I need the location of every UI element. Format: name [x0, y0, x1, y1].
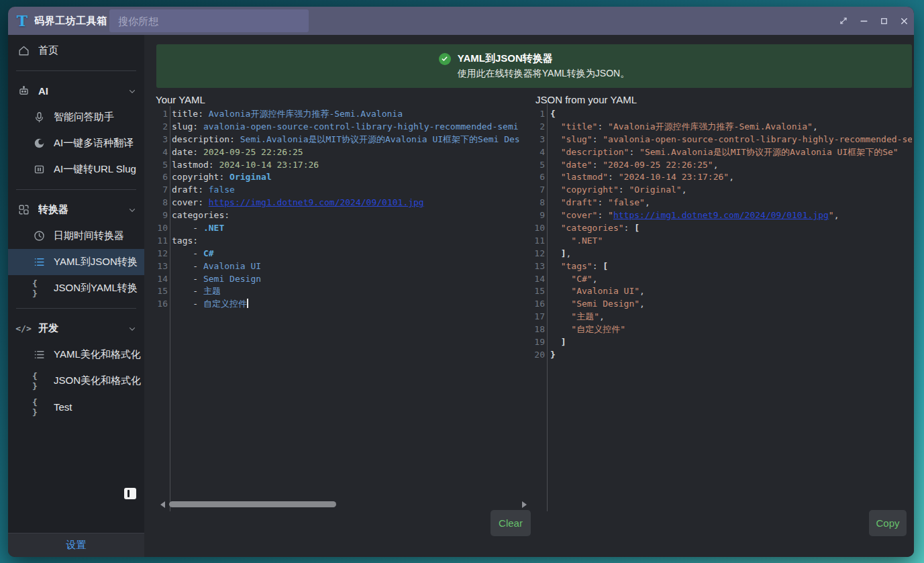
yaml-editor[interactable]: 1title: Avalonia开源控件库强力推荐-Semi.Avalonia2… [151, 108, 532, 311]
line-number: 1 [151, 108, 168, 121]
code-text: - Semi Design [172, 273, 532, 286]
settings-bar: 设置 [8, 533, 144, 557]
sidebar-item-develop[interactable]: </>开发 [8, 315, 144, 342]
line-number: 8 [151, 197, 168, 209]
editor-line: 1{ [532, 108, 912, 121]
editor-line: 3 "slug": "avalonia-open-source-control-… [532, 134, 912, 146]
braces-icon: { } [32, 374, 46, 388]
scroll-left-arrow-icon[interactable] [160, 501, 165, 508]
clear-button[interactable]: Clear [491, 510, 531, 536]
line-number: 10 [151, 222, 168, 235]
url-link: https://img1.dotnet9.com/2024/09/0101.jp… [209, 197, 424, 207]
line-number: 18 [532, 323, 545, 336]
editor-line: 2slug: avalonia-open-source-control-libr… [151, 121, 532, 134]
sidebar-item-label: Test [54, 401, 144, 413]
banner-subtitle: 使用此在线转换器将YAML转换为JSON。 [458, 68, 629, 80]
sidebar-item-json-to-yaml[interactable]: { }JSON到YAML转换 [8, 275, 144, 301]
code-text: date: 2024-09-25 22:26:25 [172, 146, 532, 159]
sidebar-item-converter[interactable]: 转换器 [8, 197, 144, 223]
line-number: 3 [151, 134, 168, 146]
line-number: 9 [532, 209, 545, 222]
maximize-icon[interactable] [874, 7, 894, 35]
line-number: 11 [532, 235, 545, 248]
editor-line: 14 - Semi Design [151, 273, 532, 286]
scroll-right-arrow-icon[interactable] [522, 501, 527, 508]
expand-icon[interactable] [833, 7, 854, 35]
mic-icon [32, 111, 46, 124]
line-number: 2 [532, 121, 545, 134]
copy-button[interactable]: Copy [869, 510, 907, 536]
code-text: title: Avalonia开源控件库强力推荐-Semi.Avalonia [172, 108, 532, 121]
line-number: 19 [532, 336, 545, 349]
code-text: "slug": "avalonia-open-source-control-li… [550, 134, 912, 146]
chevron-down-icon[interactable] [127, 87, 137, 96]
editor-line: 7 "copyright": "Original", [532, 184, 912, 197]
window-controls [833, 7, 914, 35]
line-number: 13 [151, 260, 168, 273]
json-output[interactable]: 1{2 "title": "Avalonia开源控件库强力推荐-Semi.Ava… [532, 108, 912, 362]
code-text: tags: [172, 235, 532, 248]
code-text: description: Semi.Avalonia是以MIT协议开源的Aval… [172, 134, 532, 146]
sidebar-item-qa-assistant[interactable]: 智能问答助手 [8, 104, 144, 130]
editor-line: 11tags: [151, 235, 532, 248]
code-text: - Avalonia UI [172, 260, 532, 273]
editor-line: 13 - Avalonia UI [151, 260, 532, 273]
code-text: - C# [172, 248, 532, 260]
sidebar: 首页AI智能问答助手AI一键多语种翻译AI一键转URL Slug转换器日期时间转… [8, 35, 144, 533]
collapse-sidebar-icon[interactable] [124, 488, 136, 499]
editor-line: 6copyright: Original [151, 171, 532, 184]
chevron-down-icon[interactable] [127, 324, 137, 334]
json-gutter-divider [547, 101, 548, 511]
line-number: 15 [532, 285, 545, 298]
sidebar-item-label: YAML美化和格式化 [54, 348, 144, 361]
horizontal-scrollbar[interactable] [169, 501, 336, 507]
line-number: 8 [532, 197, 545, 209]
settings-link[interactable]: 设置 [66, 539, 87, 552]
chevron-down-icon[interactable] [127, 205, 137, 215]
code-text: cover: https://img1.dotnet9.com/2024/09/… [172, 197, 532, 209]
list-icon [32, 256, 46, 269]
code-text: slug: avalonia-open-source-control-libra… [172, 121, 532, 134]
line-number: 6 [532, 171, 545, 184]
sidebar-item-home[interactable]: 首页 [8, 38, 144, 64]
code-text: - 主题 [172, 285, 532, 298]
sidebar-divider [8, 183, 144, 197]
code-text: "title": "Avalonia开源控件库强力推荐-Semi.Avaloni… [550, 121, 912, 134]
editor-line: 6 "lastmod": "2024-10-14 23:17:26", [532, 171, 912, 184]
sidebar-divider [8, 301, 144, 315]
clock-icon [32, 229, 46, 243]
close-icon[interactable] [894, 7, 914, 35]
sidebar-item-ai[interactable]: AI [8, 78, 144, 104]
minimize-icon[interactable] [854, 7, 874, 35]
line-number: 17 [532, 311, 545, 323]
code-text: "主题", [550, 311, 912, 323]
sidebar-item-datetime-conv[interactable]: 日期时间转换器 [8, 223, 144, 249]
code-icon: </> [17, 322, 30, 336]
main-content: YAML到JSON转换器 使用此在线转换器将YAML转换为JSON。 Your … [144, 35, 914, 557]
line-number: 14 [151, 273, 168, 286]
code-text: "C#", [550, 273, 912, 286]
search-input[interactable] [109, 9, 309, 32]
line-number: 14 [532, 273, 545, 286]
sidebar-item-ai-translate[interactable]: AI一键多语种翻译 [8, 130, 144, 156]
code-text: - .NET [172, 222, 532, 235]
editor-line: 17 "主题", [532, 311, 912, 323]
editor-line: 8 "draft": "false", [532, 197, 912, 209]
editor-line: 15 - 主题 [151, 285, 532, 298]
line-number: 10 [532, 222, 545, 235]
code-text: "tags": [ [550, 260, 912, 273]
sidebar-item-yaml-format[interactable]: YAML美化和格式化 [8, 342, 144, 368]
sidebar-item-yaml-to-json[interactable]: YAML到JSON转换 [8, 249, 144, 275]
line-number: 16 [532, 298, 545, 311]
json-editor-title: JSON from your YAML [535, 94, 637, 105]
code-text: { [550, 108, 912, 121]
sidebar-item-test[interactable]: { }Test [8, 394, 144, 420]
sidebar-item-json-format[interactable]: { }JSON美化和格式化 [8, 368, 144, 394]
braces-icon: { } [32, 282, 46, 295]
slug-icon [32, 163, 46, 176]
code-text: categories: [172, 209, 532, 222]
sidebar-item-label: 首页 [38, 44, 144, 57]
line-number: 12 [151, 248, 168, 260]
editor-line: 9 "cover": "https://img1.dotnet9.com/202… [532, 209, 912, 222]
sidebar-item-ai-url-slug[interactable]: AI一键转URL Slug [8, 156, 144, 183]
